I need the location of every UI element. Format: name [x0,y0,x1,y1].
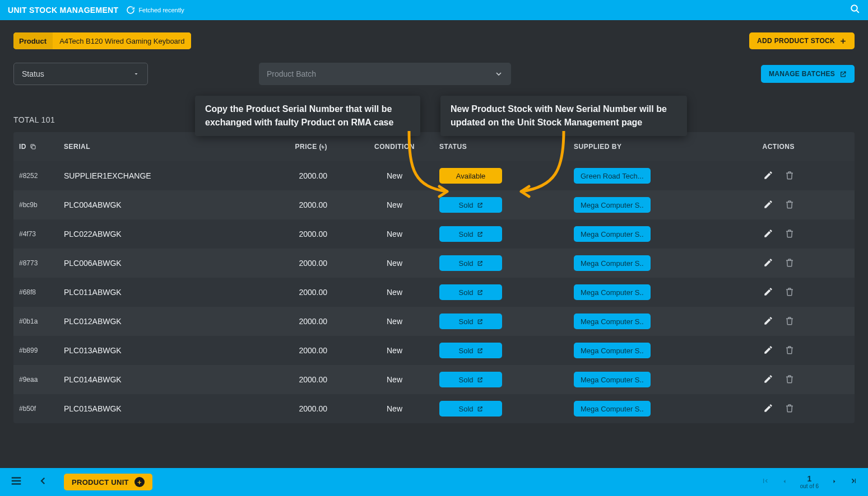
col-serial[interactable]: SERIAL [64,143,266,151]
copy-icon [30,143,36,150]
cell-price: 2000.00 [266,171,350,180]
edit-button[interactable] [763,287,773,298]
cell-supplier: Mega Computer S.. [574,313,720,329]
cell-id: #b899 [19,347,64,354]
menu-button[interactable] [10,475,22,489]
status-chip[interactable]: Sold [439,255,502,271]
col-condition[interactable]: CONDITION [350,143,439,151]
footer-bar: PRODUCT UNIT + 1 out of 6 [0,468,868,496]
cell-condition: New [350,230,439,238]
add-product-stock-button[interactable]: ADD PRODUCT STOCK [749,32,855,49]
svg-rect-1 [32,146,35,149]
pager-first[interactable] [761,477,769,487]
cell-id: #8773 [19,259,64,267]
delete-button[interactable] [785,345,795,357]
table-row: #68f8PLC011ABWGK2000.00NewSold Mega Comp… [13,278,855,307]
cell-price: 2000.00 [266,317,350,326]
table-row: #bc9bPLC004ABWGK2000.00NewSold Mega Comp… [13,190,855,219]
fetch-status-text: Fetched recently [138,7,184,13]
supplier-chip[interactable]: Mega Computer S.. [574,197,651,213]
supplier-chip[interactable]: Mega Computer S.. [574,343,651,358]
cell-id: #4f73 [19,230,64,238]
pager-prev[interactable] [781,477,788,487]
col-status[interactable]: STATUS [439,143,574,151]
status-chip[interactable]: Sold [439,284,502,300]
cell-condition: New [350,404,439,413]
cell-serial: PLC014ABWGK [64,375,266,384]
cell-price: 2000.00 [266,230,350,238]
cell-actions [720,170,798,182]
cell-serial: PLC006ABWGK [64,259,266,268]
delete-button[interactable] [785,258,795,269]
cell-status: Sold [439,255,574,271]
cell-actions [720,258,798,269]
delete-button[interactable] [785,403,795,415]
cell-supplier: Mega Computer S.. [574,372,720,387]
edit-button[interactable] [763,258,773,269]
pager-last[interactable] [850,477,858,487]
manage-batches-button[interactable]: MANAGE BATCHES [761,65,855,83]
supplier-chip[interactable]: Mega Computer S.. [574,226,651,242]
edit-button[interactable] [763,228,773,240]
cell-id: #b50f [19,405,64,413]
edit-button[interactable] [763,403,773,415]
cell-status: Sold [439,197,574,213]
cell-actions [720,228,798,240]
supplier-chip[interactable]: Mega Computer S.. [574,401,651,417]
table-row: #9eaaPLC014ABWGK2000.00NewSold Mega Comp… [13,365,855,394]
cell-actions [720,374,798,386]
delete-button[interactable] [785,316,795,327]
cell-status: Sold [439,401,574,417]
edit-button[interactable] [763,170,773,182]
supplier-chip[interactable]: Mega Computer S.. [574,313,651,329]
delete-button[interactable] [785,199,795,211]
cell-id: #8252 [19,172,64,180]
supplier-chip[interactable]: Green Road Tech... [574,168,651,184]
status-chip[interactable]: Sold [439,226,502,242]
supplier-chip[interactable]: Mega Computer S.. [574,255,651,271]
refresh-status[interactable]: Fetched recently [126,6,184,15]
status-chip[interactable]: Sold [439,313,502,329]
edit-button[interactable] [763,345,773,357]
delete-button[interactable] [785,170,795,182]
cell-condition: New [350,200,439,209]
status-chip[interactable]: Sold [439,401,502,417]
cell-price: 2000.00 [266,346,350,355]
chevron-left-icon [38,476,48,486]
delete-button[interactable] [785,287,795,298]
table-header: ID SERIAL PRICE (৳) CONDITION STATUS SUP… [13,132,855,161]
page-title: UNIT STOCK MANAGEMENT [8,6,118,15]
cell-condition: New [350,288,439,297]
status-chip[interactable]: Sold [439,372,502,387]
edit-button[interactable] [763,374,773,386]
external-link-icon [839,71,847,78]
edit-button[interactable] [763,316,773,327]
col-supplied-by[interactable]: SUPPLIED BY [574,143,720,151]
edit-button[interactable] [763,199,773,211]
cell-id: #68f8 [19,288,64,296]
status-chip[interactable]: Available [439,168,502,184]
search-button[interactable] [850,4,860,16]
breadcrumb-chip[interactable]: PRODUCT UNIT + [64,474,152,490]
stock-table: ID SERIAL PRICE (৳) CONDITION STATUS SUP… [13,132,855,423]
status-filter[interactable]: Status [13,63,148,85]
cell-serial: PLC013ABWGK [64,346,266,355]
col-id[interactable]: ID [19,143,64,151]
cell-price: 2000.00 [266,259,350,268]
back-button[interactable] [38,476,48,488]
supplier-chip[interactable]: Mega Computer S.. [574,284,651,300]
product-batch-filter[interactable]: Product Batch [259,63,511,85]
cell-condition: New [350,346,439,355]
status-chip[interactable]: Sold [439,343,502,358]
delete-button[interactable] [785,228,795,240]
supplier-chip[interactable]: Mega Computer S.. [574,372,651,387]
cell-price: 2000.00 [266,404,350,413]
cell-serial: PLC022ABWGK [64,230,266,238]
pager-next[interactable] [831,477,838,487]
delete-button[interactable] [785,374,795,386]
status-chip[interactable]: Sold [439,197,502,213]
search-icon [850,4,860,14]
cell-status: Sold [439,226,574,242]
cell-supplier: Green Road Tech... [574,168,720,184]
col-price[interactable]: PRICE (৳) [266,143,350,151]
